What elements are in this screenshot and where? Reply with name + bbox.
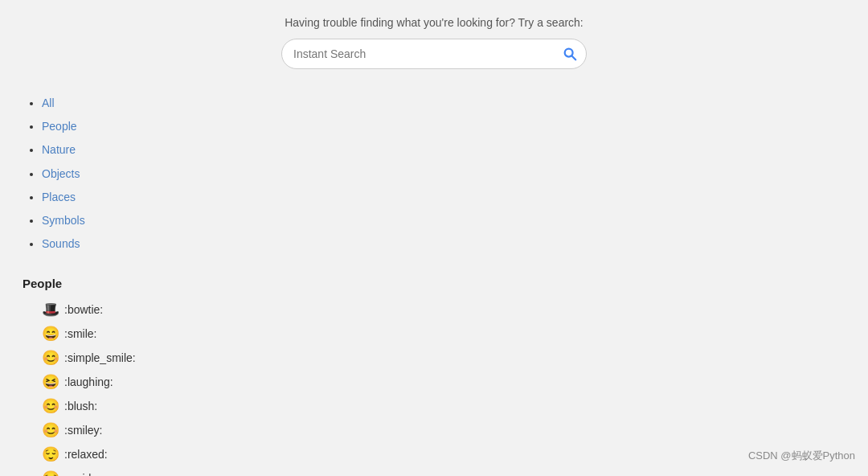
nav-list: AllPeopleNatureObjectsPlacesSymbolsSound…	[19, 93, 849, 254]
nav-link-nature[interactable]: Nature	[42, 143, 76, 156]
emoji-code: :laughing:	[64, 371, 113, 393]
nav-link-places[interactable]: Places	[42, 191, 76, 203]
list-item: 😌:relaxed:	[42, 443, 849, 466]
search-section: Having trouble finding what you're looki…	[0, 16, 868, 69]
search-button[interactable]	[563, 47, 577, 61]
watermark: CSDN @蚂蚁爱Python	[748, 449, 855, 463]
list-item: Symbols	[42, 211, 849, 231]
nav-link-people[interactable]: People	[42, 120, 77, 133]
nav-link-all[interactable]: All	[42, 96, 55, 109]
emoji-list: 🎩:bowtie:😄:smile:😊:simple_smile:😆:laughi…	[19, 298, 849, 476]
content-area: AllPeopleNatureObjectsPlacesSymbolsSound…	[0, 93, 868, 476]
section-title: People	[19, 277, 849, 290]
search-hint: Having trouble finding what you're looki…	[285, 16, 583, 29]
list-item: 😏:smirk:	[42, 467, 849, 476]
search-icon	[563, 47, 577, 61]
list-item: All	[42, 93, 849, 113]
emoji-char: 😊	[42, 399, 59, 413]
emoji-char: 😌	[42, 447, 59, 462]
nav-link-symbols[interactable]: Symbols	[42, 214, 85, 227]
list-item: 😆:laughing:	[42, 371, 849, 393]
list-item: People	[42, 117, 849, 137]
list-item: Nature	[42, 140, 849, 160]
emoji-code: :relaxed:	[64, 443, 108, 466]
list-item: Places	[42, 187, 849, 207]
emoji-char: 😊	[42, 423, 59, 437]
emoji-char: 😄	[42, 326, 59, 341]
page-container: Having trouble finding what you're looki…	[0, 0, 868, 476]
list-item: 😊:smiley:	[42, 419, 849, 441]
nav-link-objects[interactable]: Objects	[42, 167, 80, 180]
emoji-char: 😏	[42, 471, 59, 476]
search-box-wrapper	[281, 39, 587, 69]
list-item: 😊:simple_smile:	[42, 347, 849, 369]
svg-line-1	[572, 56, 576, 60]
search-input[interactable]	[281, 39, 587, 69]
list-item: Sounds	[42, 234, 849, 254]
emoji-code: :blush:	[64, 395, 97, 417]
emoji-char: 😊	[42, 351, 59, 365]
emoji-char: 🎩	[42, 302, 59, 317]
list-item: 🎩:bowtie:	[42, 298, 849, 321]
emoji-code: :smirk:	[64, 467, 97, 476]
emoji-char: 😆	[42, 375, 59, 389]
list-item: 😄:smile:	[42, 322, 849, 345]
list-item: 😊:blush:	[42, 395, 849, 417]
nav-link-sounds[interactable]: Sounds	[42, 237, 80, 250]
emoji-code: :simple_smile:	[64, 347, 136, 369]
list-item: Objects	[42, 164, 849, 184]
emoji-code: :bowtie:	[64, 298, 103, 321]
emoji-code: :smile:	[64, 322, 96, 345]
emoji-code: :smiley:	[64, 419, 102, 441]
